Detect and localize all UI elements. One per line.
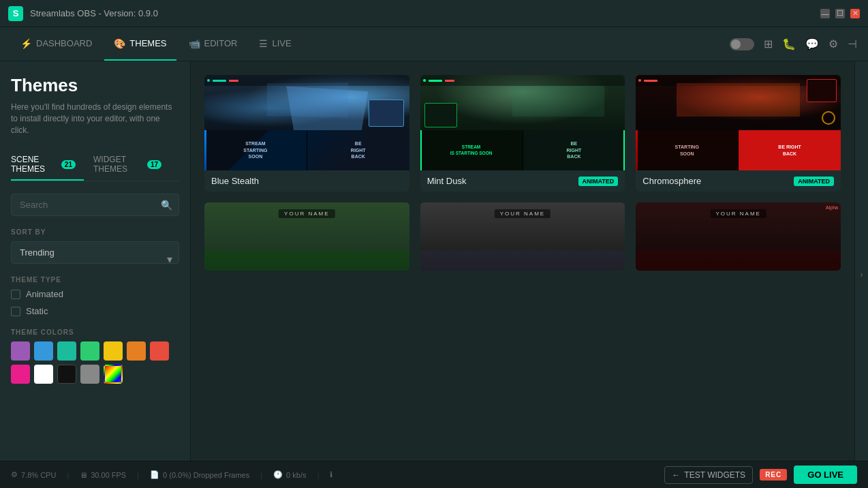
- nav-editor-label: EDITOR: [204, 38, 238, 48]
- partial-thumb-1: YOUR NAME: [204, 202, 409, 271]
- animated-checkbox-item[interactable]: Animated: [11, 289, 179, 299]
- chromosphere-name: Chromosphere: [642, 176, 701, 186]
- info-icon: ℹ: [330, 470, 332, 479]
- sort-label: SORT BY: [11, 228, 179, 236]
- theme-card-partial-1[interactable]: YOUR NAME: [204, 202, 409, 271]
- tab-scene-themes[interactable]: SCENE THEMES 21: [11, 149, 84, 181]
- mint-dusk-name: Mint Dusk: [427, 176, 467, 186]
- theme-colors-label: THEME COLORS: [11, 329, 179, 336]
- nav-live[interactable]: ☰ LIVE: [249, 27, 300, 61]
- blue-stealth-name-bar: Blue Stealth: [204, 170, 409, 192]
- network-icon: 🕐: [273, 470, 283, 479]
- your-name-tag-1: YOUR NAME: [279, 209, 335, 218]
- settings-icon[interactable]: ⚙: [828, 37, 838, 50]
- go-live-button[interactable]: GO LIVE: [794, 466, 857, 484]
- color-grid: [11, 341, 179, 384]
- widget-themes-label: WIDGET THEMES: [93, 155, 143, 174]
- colors-section: THEME COLORS: [11, 329, 179, 384]
- nav-dashboard[interactable]: ⚡ DASHBOARD: [11, 27, 102, 61]
- panel-toggle-icon[interactable]: ⊣: [848, 37, 857, 50]
- nav-right: ⊞ 🐛 💬 ⚙ ⊣: [730, 37, 857, 50]
- animated-checkbox[interactable]: [11, 290, 20, 299]
- color-rainbow[interactable]: [104, 365, 123, 384]
- partial-thumb-3: YOUR NAME Alpha: [636, 202, 841, 271]
- theme-grid: STREAMSTARTINGSOON BERIGHTBACK Blue Stea…: [204, 75, 841, 271]
- blue-stealth-thumbnail: STREAMSTARTINGSOON BERIGHTBACK: [204, 75, 409, 170]
- theme-toggle[interactable]: [730, 38, 754, 50]
- animated-label: Animated: [26, 289, 63, 299]
- dropped-stat: 📄 0 (0.0%) Dropped Frames: [150, 470, 249, 479]
- chromosphere-thumbnail: STARTINGSOON BE RIGHTBACK: [636, 75, 841, 170]
- cpu-stat: ⚙ 7.8% CPU: [11, 470, 56, 479]
- widget-themes-badge: 17: [147, 160, 161, 169]
- nav-themes[interactable]: 🎨 THEMES: [104, 27, 176, 61]
- color-teal[interactable]: [57, 341, 76, 361]
- chromosphere-animated-badge: ANIMATED: [794, 177, 834, 186]
- page-subtitle: Here you'll find hundreds of design elem…: [11, 102, 179, 136]
- dropped-icon: 📄: [150, 470, 159, 479]
- separator-4: |: [317, 471, 319, 479]
- color-orange[interactable]: [127, 341, 146, 361]
- test-widgets-button[interactable]: ← TEST WIDGETS: [664, 466, 753, 484]
- dropped-value: 0 (0.0%) Dropped Frames: [163, 471, 249, 479]
- partial-thumb-2: YOUR NAME: [420, 202, 625, 271]
- nav-bar: ⚡ DASHBOARD 🎨 THEMES 📹 EDITOR ☰ LIVE ⊞ 🐛…: [0, 27, 868, 61]
- color-yellow[interactable]: [104, 341, 123, 361]
- color-black[interactable]: [57, 365, 76, 384]
- nav-editor[interactable]: 📹 EDITOR: [179, 27, 247, 61]
- rec-badge[interactable]: REC: [760, 469, 787, 481]
- bottom-right: ← TEST WIDGETS REC GO LIVE: [664, 466, 857, 484]
- cs-hud-bar: [644, 80, 657, 82]
- your-name-tag-3: YOUR NAME: [710, 209, 766, 218]
- bug-icon[interactable]: 🐛: [782, 37, 796, 50]
- blue-stealth-name: Blue Stealth: [211, 176, 259, 186]
- sidebar: Themes Here you'll find hundreds of desi…: [0, 61, 191, 488]
- nav-themes-label: THEMES: [129, 38, 166, 48]
- md-hud-dot: [423, 79, 426, 82]
- theme-card-mint-dusk[interactable]: STREAMIS STARTING SOON BERIGHTBACK Mint …: [420, 75, 625, 192]
- hud-dot: [207, 79, 210, 82]
- color-white[interactable]: [34, 365, 53, 384]
- static-checkbox[interactable]: [11, 307, 20, 316]
- live-icon: ☰: [259, 38, 268, 49]
- grid-icon[interactable]: ⊞: [764, 37, 773, 50]
- color-purple[interactable]: [11, 341, 30, 361]
- color-red[interactable]: [150, 341, 169, 361]
- cs-hud-dot: [638, 79, 641, 82]
- color-pink[interactable]: [11, 365, 30, 384]
- nav-dashboard-label: DASHBOARD: [36, 38, 92, 48]
- maximize-button[interactable]: ☐: [835, 9, 845, 18]
- theme-type-label: THEME TYPE: [11, 276, 179, 284]
- hud-bar: [213, 80, 226, 82]
- search-input[interactable]: [11, 194, 179, 216]
- app-title: Streamlabs OBS - Version: 0.9.0: [30, 8, 820, 18]
- color-blue[interactable]: [34, 341, 53, 361]
- minimize-button[interactable]: —: [820, 9, 830, 18]
- discord-icon[interactable]: 💬: [805, 37, 819, 50]
- network-value: 0 kb/s: [286, 471, 306, 479]
- scene-themes-label: SCENE THEMES: [11, 155, 57, 174]
- chevron-right-icon: ›: [861, 270, 863, 279]
- right-panel-toggle[interactable]: ›: [854, 61, 868, 488]
- theme-card-partial-2[interactable]: YOUR NAME: [420, 202, 625, 271]
- scene-themes-badge: 21: [61, 160, 76, 169]
- md-hud-overlay: [420, 75, 625, 86]
- tab-widget-themes[interactable]: WIDGET THEMES 17: [93, 149, 170, 181]
- network-stat: 🕐 0 kb/s: [273, 470, 306, 479]
- theme-card-partial-3[interactable]: YOUR NAME Alpha: [636, 202, 841, 271]
- theme-card-blue-stealth[interactable]: STREAMSTARTINGSOON BERIGHTBACK Blue Stea…: [204, 75, 409, 192]
- arrow-icon: ←: [672, 470, 680, 480]
- theme-card-chromosphere[interactable]: STARTINGSOON BE RIGHTBACK Chromosphere A…: [636, 75, 841, 192]
- main-content: Themes Here you'll find hundreds of desi…: [0, 61, 868, 488]
- sort-select[interactable]: Trending Newest Most Popular: [11, 241, 179, 264]
- color-green[interactable]: [80, 341, 99, 361]
- md-hud-bar2: [445, 80, 454, 82]
- close-button[interactable]: ✕: [850, 9, 860, 18]
- sort-select-wrapper: Trending Newest Most Popular ▾: [11, 241, 179, 276]
- separator-3: |: [260, 471, 262, 479]
- search-icon: 🔍: [161, 200, 172, 211]
- static-checkbox-item[interactable]: Static: [11, 306, 179, 316]
- fps-stat: 🖥 30.00 FPS: [80, 471, 126, 479]
- info-stat[interactable]: ℹ: [330, 470, 332, 479]
- color-gray[interactable]: [80, 365, 99, 384]
